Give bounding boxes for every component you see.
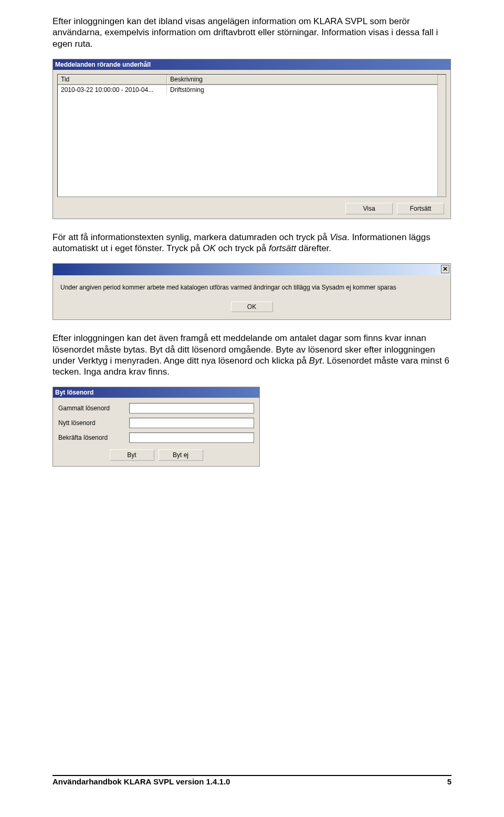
table-row[interactable]: 2010-03-22 10:00:00 - 2010-04... Driftst… <box>58 85 446 95</box>
ok-button[interactable]: OK <box>231 302 273 312</box>
maintenance-table: Tid Beskrivning 2010-03-22 10:00:00 - 20… <box>57 74 446 197</box>
scrollbar[interactable] <box>437 75 446 197</box>
page-footer: Användarhandbok KLARA SVPL version 1.4.1… <box>52 775 452 786</box>
close-icon[interactable]: ✕ <box>441 265 449 273</box>
intro-para-2: För att få informationstexten synlig, ma… <box>52 232 452 254</box>
info-dialog: ✕ Under angiven period kommer arbete med… <box>52 263 451 320</box>
intro-para-3: Efter inloggningen kan det även framgå e… <box>52 333 452 377</box>
old-password-label: Gammalt lösenord <box>58 405 129 412</box>
byt-button[interactable]: Byt <box>110 449 154 461</box>
intro-para-1: Efter inloggningen kan det ibland visas … <box>52 16 452 49</box>
info-dialog-message: Under angiven period kommer arbete med k… <box>53 275 450 302</box>
old-password-input[interactable] <box>129 403 254 413</box>
cell-beskrivning: Driftstörning <box>167 85 446 95</box>
new-password-label: Nytt lösenord <box>58 419 129 427</box>
maintenance-dialog-title: Meddelanden rörande underhåll <box>53 59 450 70</box>
info-dialog-titlebar: ✕ <box>53 264 450 275</box>
col-tid[interactable]: Tid <box>58 75 167 85</box>
cell-tid: 2010-03-22 10:00:00 - 2010-04... <box>58 85 167 95</box>
fortsatt-button[interactable]: Fortsätt <box>397 203 444 214</box>
table-header-row: Tid Beskrivning <box>58 75 446 85</box>
confirm-password-label: Bekräfta lösenord <box>58 434 129 441</box>
bytej-button[interactable]: Byt ej <box>159 449 203 461</box>
new-password-input[interactable] <box>129 418 254 428</box>
maintenance-dialog: Meddelanden rörande underhåll Tid Beskri… <box>52 59 451 219</box>
change-password-title: Byt lösenord <box>53 387 259 398</box>
change-password-dialog: Byt lösenord Gammalt lösenord Nytt lösen… <box>52 387 260 467</box>
footer-left: Användarhandbok KLARA SVPL version 1.4.1… <box>52 777 230 786</box>
footer-page-number: 5 <box>447 777 452 786</box>
visa-button[interactable]: Visa <box>345 203 393 214</box>
col-beskrivning[interactable]: Beskrivning <box>167 75 446 85</box>
confirm-password-input[interactable] <box>129 432 254 443</box>
